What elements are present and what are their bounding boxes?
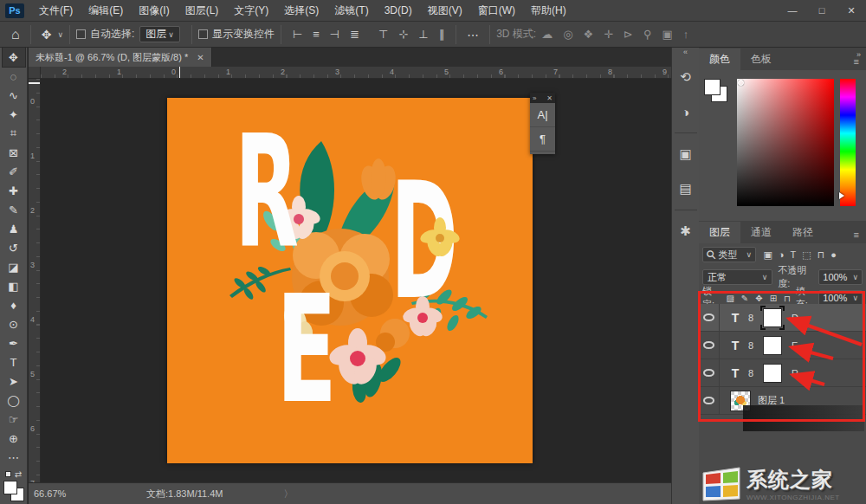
panel-menu-icon[interactable]: ≡ [854,229,859,243]
pen-tool[interactable]: ✒ [3,333,25,352]
canvas[interactable]: R D E [167,98,533,463]
type-tool[interactable]: T [3,352,25,372]
hand-tool[interactable]: ☞ [3,410,25,429]
align-bottom-icon[interactable]: ⊥ [413,28,433,41]
maximize-button[interactable]: □ [807,0,837,22]
horizontal-ruler[interactable]: 210123456789 [41,67,671,79]
tab-swatches[interactable]: 色板 [740,48,782,70]
collapse-icon[interactable]: » [533,94,536,102]
tool-preset-chevron-icon[interactable]: ∨ [57,30,63,39]
menu-filter[interactable]: 滤镜(T) [326,0,376,22]
history-brush-tool[interactable]: ↺ [3,238,25,257]
menu-edit[interactable]: 编辑(E) [81,0,131,22]
search-icon[interactable]: ⚲ [638,28,657,41]
close-icon[interactable]: ✕ [546,94,553,102]
distribute-icon[interactable]: ∥ [434,28,450,41]
crop-tool[interactable]: ⌗ [3,124,25,143]
auto-select-checkbox[interactable] [76,29,86,39]
gradient-tool[interactable]: ◧ [3,276,25,295]
align-justify-icon[interactable]: ≣ [345,28,365,41]
close-tab-icon[interactable]: ✕ [197,53,204,62]
align-left-icon[interactable]: ⊢ [288,28,307,41]
tab-channels[interactable]: 通道 [740,222,782,243]
home-icon[interactable]: ⌂ [7,27,24,42]
menu-layer[interactable]: 图层(L) [178,0,227,22]
menu-image[interactable]: 图像(I) [131,0,177,22]
tab-layers[interactable]: 图层 [699,222,740,243]
document-tab[interactable]: 未标题-1 @ 66.7% (D, 图层蒙版/8) * ✕ [29,48,212,67]
align-right-icon[interactable]: ⊣ [325,28,345,41]
filter-smartobject-icon[interactable]: ⊓ [814,249,828,261]
3d-slide-icon[interactable]: ✛ [598,28,618,41]
ruler-origin[interactable] [29,67,41,79]
more-options-icon[interactable]: ⋯ [462,28,483,42]
3d-camera-icon[interactable]: ⊳ [618,28,638,41]
layer-filter-dropdown[interactable]: ⚲ 类型 ∨ [702,247,756,262]
zoom-level[interactable]: 66.67% [34,488,94,499]
zoom-tool[interactable]: ⊕ [3,429,25,448]
blur-tool[interactable]: ♦ [3,295,25,314]
saturation-brightness-field[interactable] [737,79,834,206]
marquee-tool[interactable]: ◌ [3,67,25,86]
character-panel-button[interactable]: A| [530,103,555,127]
libraries-panel-icon[interactable]: ▣ [675,143,697,165]
filter-shape-icon[interactable]: ⬚ [799,249,814,261]
adjustments-panel-icon[interactable]: ◑ [675,100,697,123]
properties-panel-icon[interactable]: ▤ [675,178,697,200]
history-panel-icon[interactable]: ⟲ [675,66,697,88]
color-swatches[interactable] [704,79,734,108]
collapse-panels-icon[interactable]: » [856,50,861,59]
share-icon[interactable]: ↑ [678,28,695,41]
hue-slider[interactable] [840,79,856,206]
tab-color[interactable]: 颜色 [699,48,740,70]
eyedropper-tool[interactable]: ✐ [3,162,25,181]
dodge-tool[interactable]: ⊙ [3,314,25,333]
menu-type[interactable]: 文字(Y) [226,0,276,22]
align-middle-icon[interactable]: ⊹ [393,28,413,41]
workspace-icon[interactable]: ▣ [657,28,678,41]
filter-type-icon[interactable]: T [787,249,799,261]
3d-roll-icon[interactable]: ◎ [558,28,578,41]
brush-tool[interactable]: ✎ [3,200,25,219]
move-tool-icon[interactable]: ✥ [37,28,56,42]
frame-tool[interactable]: ⊠ [3,143,25,162]
blend-mode-dropdown[interactable]: 正常 ∨ [702,269,772,285]
expand-panels-icon[interactable]: « [683,48,688,60]
menu-help[interactable]: 帮助(H) [523,0,574,22]
menu-window[interactable]: 窗口(W) [470,0,523,22]
clone-stamp-tool[interactable]: ♟ [3,219,25,238]
foreground-color-swatch[interactable] [3,481,17,494]
show-transform-checkbox[interactable] [198,29,208,39]
path-select-tool[interactable]: ➤ [3,372,25,391]
auto-select-dropdown[interactable]: 图层 ∨ [139,26,180,42]
menu-select[interactable]: 选择(S) [276,0,326,22]
paragraph-panel-button[interactable]: ¶ [530,127,555,152]
default-colors-icon[interactable]: ⇄ [5,468,22,479]
status-chevron-icon[interactable]: 〉 [283,488,293,501]
magic-wand-tool[interactable]: ✦ [3,105,25,124]
menu-file[interactable]: 文件(F) [31,0,81,22]
filter-toggle-icon[interactable]: ● [828,249,840,261]
menu-view[interactable]: 视图(V) [420,0,470,22]
close-button[interactable]: ✕ [837,0,866,22]
move-tool[interactable]: ✥ [3,48,25,67]
hue-slider-handle[interactable] [839,192,844,199]
align-center-icon[interactable]: ≡ [307,28,325,41]
3d-pan-icon[interactable]: ❖ [578,28,599,41]
color-field-marker[interactable] [738,80,744,86]
vertical-ruler[interactable]: 01234567 [29,79,41,482]
tab-paths[interactable]: 路径 [782,222,824,243]
filter-pixel-icon[interactable]: ▣ [760,249,775,261]
lasso-tool[interactable]: ∿ [3,86,25,105]
swap-colors-icon[interactable]: ⇄ [15,469,22,479]
eraser-tool[interactable]: ◪ [3,257,25,276]
share-panel-icon[interactable]: ✱ [675,220,697,242]
healing-brush-tool[interactable]: ✚ [3,181,25,200]
filter-adjustment-icon[interactable]: ◑ [775,249,787,261]
align-top-icon[interactable]: ⊤ [373,28,393,41]
opacity-dropdown[interactable]: 100% ∨ [818,269,863,285]
3d-orbit-icon[interactable]: ☁ [536,28,558,41]
shape-tool[interactable]: ◯ [3,391,25,410]
foreground-background-swatches[interactable] [3,481,25,503]
minimize-button[interactable]: — [778,0,807,22]
